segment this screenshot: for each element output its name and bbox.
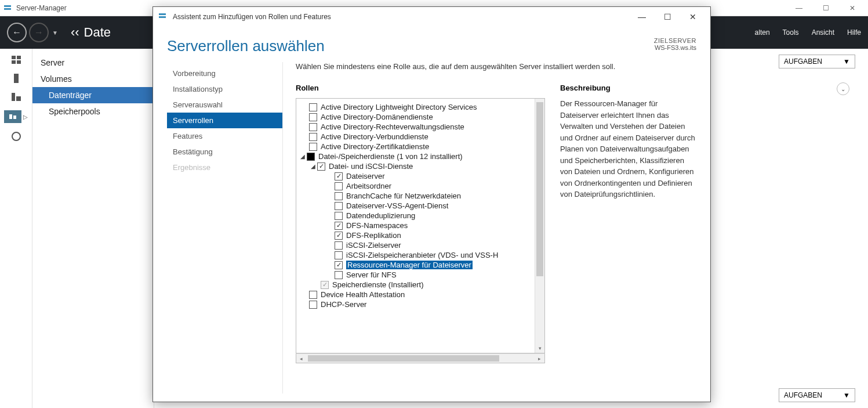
main-close-button[interactable]: ✕	[839, 0, 866, 16]
checkbox-tristate[interactable]	[307, 153, 315, 161]
checkbox[interactable]	[309, 143, 317, 151]
tasks-dropdown-bottom[interactable]: AUFGABEN▼	[779, 388, 855, 402]
add-roles-wizard: Assistent zum Hinzufügen von Rollen und …	[152, 6, 711, 402]
checkbox[interactable]: ✓	[317, 163, 325, 171]
checkbox[interactable]	[309, 113, 317, 121]
role-adds[interactable]: Active Directory-Domänendienste	[299, 112, 532, 122]
main-minimize-button[interactable]: —	[786, 0, 812, 16]
checkbox[interactable]	[335, 251, 343, 259]
step-installation-type[interactable]: Installationstyp	[167, 81, 282, 97]
menu-help[interactable]: Hilfe	[847, 28, 861, 37]
sidenav-volumes[interactable]: Volumes	[32, 71, 154, 87]
wizard-close-button[interactable]: ✕	[680, 8, 706, 26]
step-server-roles[interactable]: Serverrollen	[167, 113, 282, 128]
svg-rect-4	[12, 59, 21, 60]
menu-manage[interactable]: alten	[755, 28, 770, 37]
all-servers-icon[interactable]	[10, 92, 23, 102]
nav-back-button[interactable]: ←	[7, 23, 27, 42]
checkbox[interactable]	[309, 291, 317, 299]
svg-rect-5	[14, 74, 19, 83]
role-dfsr[interactable]: ✓DFS-Replikation	[299, 230, 532, 240]
checkbox[interactable]: ✓	[335, 261, 343, 269]
checkbox[interactable]	[309, 133, 317, 141]
checkbox[interactable]	[309, 103, 317, 111]
checkbox[interactable]	[309, 301, 317, 309]
vertical-scrollbar[interactable]: ▴▾	[535, 99, 544, 353]
wizard-title: Assistent zum Hinzufügen von Rollen und …	[173, 13, 331, 21]
svg-rect-8	[8, 113, 18, 121]
role-file-iscsi[interactable]: ◢✓Datei- und iSCSI-Dienste	[299, 161, 532, 171]
scroll-thumb[interactable]	[536, 102, 543, 276]
breadcrumb-chevron: ‹‹	[71, 25, 79, 40]
sidenav-pools[interactable]: Speicherpools	[32, 103, 154, 120]
nav-forward-button[interactable]: →	[29, 23, 49, 42]
menu-tools[interactable]: Tools	[783, 28, 799, 37]
main-maximize-button[interactable]: ☐	[812, 0, 839, 16]
checkbox[interactable]	[335, 192, 343, 200]
expand-icon[interactable]: ▷	[23, 114, 28, 120]
checkbox[interactable]: ✓	[335, 172, 343, 180]
step-results: Ergebnisse	[167, 160, 282, 175]
dashboard-icon[interactable]	[10, 55, 23, 65]
role-adfs[interactable]: Active Directory-Verbunddienste	[299, 132, 532, 142]
wizard-maximize-button[interactable]: ☐	[655, 8, 680, 26]
role-dfsn[interactable]: ✓DFS-Namespaces	[299, 221, 532, 230]
svg-rect-6	[12, 93, 15, 101]
checkbox[interactable]	[335, 202, 343, 210]
role-file-storage[interactable]: ◢Datei-/Speicherdienste (1 von 12 instal…	[299, 151, 532, 161]
role-dhcp[interactable]: DHCP-Server	[299, 299, 532, 309]
role-description: Der Ressourcen-Manager für Dateiserver e…	[560, 98, 696, 200]
tasks-label: AUFGABEN	[784, 57, 822, 66]
svg-rect-12	[159, 13, 166, 15]
checkbox[interactable]	[335, 271, 343, 279]
role-dha[interactable]: Device Health Attestation	[299, 290, 532, 299]
menu-view[interactable]: Ansicht	[812, 28, 834, 37]
description-header: Beschreibung	[560, 84, 696, 92]
role-fsrm[interactable]: ✓Ressourcen-Manager für Dateiserver	[299, 260, 532, 270]
scroll-right-icon[interactable]: ▸	[535, 354, 544, 363]
side-nav: Server Volumes Datenträger Speicherpools	[32, 49, 154, 408]
svg-rect-10	[13, 115, 16, 119]
step-server-selection[interactable]: Serverauswahl	[167, 97, 282, 113]
sidenav-disks[interactable]: Datenträger	[32, 87, 154, 103]
file-services-icon[interactable]	[4, 110, 21, 123]
checkbox[interactable]	[335, 182, 343, 190]
tasks-dropdown[interactable]: AUFGABEN▼	[779, 55, 855, 68]
tree-collapse-icon[interactable]: ◢	[309, 163, 317, 169]
wizard-titlebar: Assistent zum Hinzufügen von Rollen und …	[153, 7, 710, 27]
server-manager-icon	[2, 3, 13, 13]
role-adrms[interactable]: Active Directory-Rechteverwaltungsdienst…	[299, 122, 532, 132]
checkbox[interactable]	[335, 212, 343, 220]
role-adcs[interactable]: Active Directory-Zertifikatdienste	[299, 142, 532, 151]
role-storage-services[interactable]: ✓Speicherdienste (Installiert)	[299, 280, 532, 290]
role-vss-agent[interactable]: Dateiserver-VSS-Agent-Dienst	[299, 201, 532, 211]
role-iscsi-provider[interactable]: iSCSI-Zielspeicheranbieter (VDS- und VSS…	[299, 250, 532, 260]
nav-history-dropdown[interactable]: ▼	[52, 30, 58, 36]
icon-strip: ▷	[0, 49, 32, 408]
horizontal-scrollbar[interactable]: ◂▸	[296, 353, 545, 363]
iis-icon[interactable]	[10, 131, 23, 142]
scroll-down-icon[interactable]: ▾	[535, 343, 545, 353]
wizard-minimize-button[interactable]: —	[629, 8, 655, 26]
role-adlds[interactable]: Active Directory Lightweight Directory S…	[299, 102, 532, 112]
role-nfs[interactable]: Server für NFS	[299, 270, 532, 280]
scroll-left-icon[interactable]: ◂	[296, 354, 306, 363]
checkbox[interactable]: ✓	[335, 232, 343, 240]
checkbox[interactable]: ✓	[335, 222, 343, 230]
chevron-down-icon: ▼	[843, 391, 850, 399]
scroll-thumb[interactable]	[308, 355, 499, 362]
role-fileserver[interactable]: ✓Dateiserver	[299, 171, 532, 181]
checkbox[interactable]	[335, 241, 343, 250]
checkbox[interactable]	[309, 123, 317, 131]
role-iscsi-target[interactable]: iSCSI-Zielserver	[299, 240, 532, 250]
step-confirmation[interactable]: Bestätigung	[167, 144, 282, 160]
role-dedup[interactable]: Datendeduplizierung	[299, 211, 532, 221]
step-features[interactable]: Features	[167, 128, 282, 144]
sidenav-server[interactable]: Server	[32, 55, 154, 71]
collapse-toggle[interactable]: ⌄	[837, 82, 849, 95]
role-branchcache[interactable]: BranchCache für Netzwerkdateien	[299, 191, 532, 201]
local-server-icon[interactable]	[10, 73, 23, 84]
step-before-you-begin[interactable]: Vorbereitung	[167, 66, 282, 81]
tree-collapse-icon[interactable]: ◢	[299, 153, 307, 160]
role-workfolders[interactable]: Arbeitsordner	[299, 181, 532, 191]
